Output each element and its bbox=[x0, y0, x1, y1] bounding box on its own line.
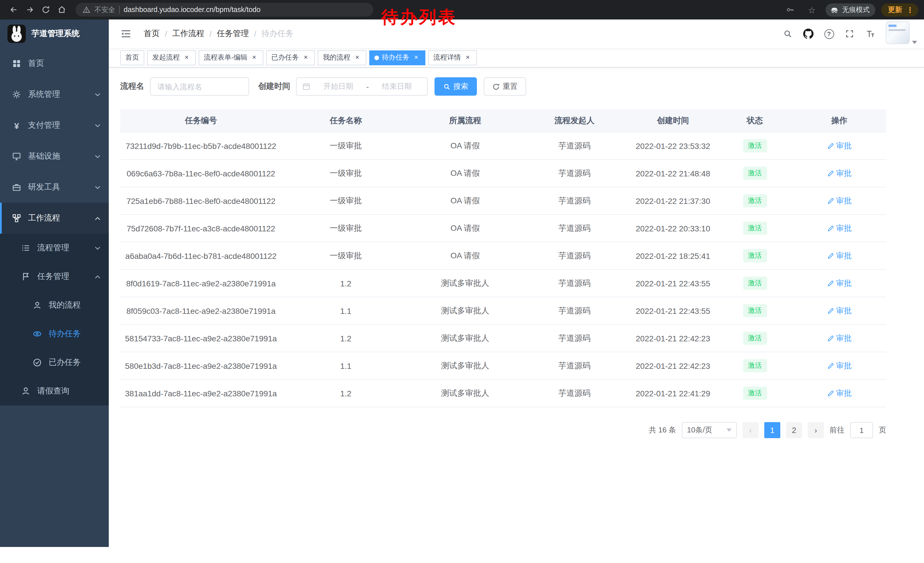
check-circle-icon bbox=[32, 358, 42, 367]
start-date-placeholder[interactable]: 开始日期 bbox=[314, 81, 363, 92]
approve-link[interactable]: 审批 bbox=[827, 278, 852, 288]
created-time-cell: 2022-01-22 20:33:10 bbox=[628, 224, 717, 233]
column-header: 任务名称 bbox=[282, 116, 410, 126]
help-icon[interactable]: ? bbox=[820, 25, 837, 42]
close-icon[interactable]: × bbox=[250, 54, 258, 62]
breadcrumb-item[interactable]: 首页 bbox=[144, 29, 160, 39]
process-cell: OA 请假 bbox=[410, 195, 520, 206]
breadcrumb-item[interactable]: 工作流程 bbox=[172, 29, 204, 39]
search-button[interactable]: 搜索 bbox=[435, 77, 477, 96]
approve-link[interactable]: 审批 bbox=[827, 333, 852, 343]
tab-process-form-edit[interactable]: 流程表单-编辑 × bbox=[199, 50, 263, 65]
warning-icon bbox=[82, 6, 90, 14]
todo-task-page: 流程名 创建时间 开始日期 - 结束日期 bbox=[109, 68, 924, 438]
tab-process-detail[interactable]: 流程详情 × bbox=[428, 50, 477, 65]
tab-todo-task[interactable]: 待办任务 × bbox=[369, 50, 425, 65]
chevron-down-icon bbox=[94, 155, 101, 158]
close-icon[interactable]: × bbox=[412, 54, 420, 62]
close-icon[interactable]: × bbox=[353, 54, 361, 62]
task-id-cell: 580e1b3d-7ac8-11ec-a9e2-a2380e71991a bbox=[120, 361, 282, 370]
sidebar-item-todo-task[interactable]: 待办任务 bbox=[0, 320, 109, 348]
browser-update-button[interactable]: 更新 ⋮ bbox=[881, 3, 918, 17]
key-icon[interactable] bbox=[782, 2, 798, 18]
date-range-picker[interactable]: 开始日期 - 结束日期 bbox=[296, 77, 428, 96]
task-id-cell: 73211d9d-7b9b-11ec-b5b7-acde48001122 bbox=[120, 141, 282, 150]
browser-menu-dots-icon[interactable]: ⋮ bbox=[906, 6, 914, 14]
address-bar[interactable]: 不安全 dashboard.yudao.iocoder.cn/bpm/task/… bbox=[76, 3, 373, 17]
sidebar-item-process-management[interactable]: 流程管理 bbox=[0, 234, 109, 262]
approve-link[interactable]: 审批 bbox=[827, 223, 852, 233]
task-id-cell: 75d72608-7b7f-11ec-a3c8-acde48001122 bbox=[120, 224, 282, 233]
next-page-button[interactable]: › bbox=[808, 422, 824, 438]
tab-done-task[interactable]: 已办任务 × bbox=[266, 50, 315, 65]
user-menu[interactable] bbox=[886, 21, 917, 47]
close-icon[interactable]: × bbox=[302, 54, 310, 62]
app-title: 芋道管理系统 bbox=[32, 29, 80, 39]
user-chat-icon bbox=[32, 301, 42, 310]
approve-link[interactable]: 审批 bbox=[827, 168, 852, 179]
sidebar-item-infrastructure[interactable]: 基础设施 bbox=[0, 141, 109, 172]
process-name-input[interactable] bbox=[150, 77, 249, 96]
approve-link[interactable]: 审批 bbox=[827, 251, 852, 261]
incognito-label: 无痕模式 bbox=[842, 5, 870, 15]
page-button-2[interactable]: 2 bbox=[786, 422, 802, 438]
column-header: 流程发起人 bbox=[520, 116, 628, 126]
sidebar-item-leave-query[interactable]: 请假查询 bbox=[0, 377, 109, 405]
workflow-icon bbox=[12, 214, 22, 223]
sidebar-item-workflow[interactable]: 工作流程 bbox=[0, 203, 109, 234]
approve-link[interactable]: 审批 bbox=[827, 360, 852, 371]
tab-my-process[interactable]: 我的流程 × bbox=[318, 50, 366, 65]
task-name-cell: 1.1 bbox=[282, 306, 410, 315]
end-date-placeholder[interactable]: 结束日期 bbox=[372, 81, 422, 92]
approve-link[interactable]: 审批 bbox=[827, 195, 852, 206]
font-size-icon[interactable] bbox=[862, 25, 879, 42]
chevron-down-icon bbox=[726, 428, 732, 432]
prev-page-button[interactable]: ‹ bbox=[742, 422, 759, 438]
breadcrumb-current: 待办任务 bbox=[261, 29, 293, 39]
tab-home[interactable]: 首页 bbox=[120, 50, 144, 65]
close-icon[interactable]: × bbox=[183, 54, 190, 62]
search-icon[interactable] bbox=[779, 25, 796, 42]
sidebar-item-task-management[interactable]: 任务管理 bbox=[0, 262, 109, 291]
screenshot-annotation: 待办列表 bbox=[381, 6, 457, 29]
reload-icon[interactable] bbox=[38, 2, 54, 18]
avatar[interactable] bbox=[886, 21, 910, 44]
sidebar-item-done-task[interactable]: 已办任务 bbox=[0, 348, 109, 377]
home-icon[interactable] bbox=[54, 2, 70, 18]
goto-label: 前往 bbox=[830, 425, 844, 435]
sidebar-item-system[interactable]: 系统管理 bbox=[0, 79, 109, 110]
status-badge: 激活 bbox=[743, 387, 767, 400]
page-button-1[interactable]: 1 bbox=[764, 422, 780, 438]
chevron-down-icon bbox=[94, 185, 101, 189]
table-row: 75d72608-7b7f-11ec-a3c8-acde48001122 一级审… bbox=[120, 215, 886, 242]
back-icon[interactable] bbox=[6, 2, 22, 18]
incognito-badge: 无痕模式 bbox=[825, 3, 875, 17]
reset-button[interactable]: 重置 bbox=[484, 77, 526, 96]
status-badge: 激活 bbox=[743, 277, 767, 290]
breadcrumb-item[interactable]: 任务管理 bbox=[217, 29, 249, 39]
forward-icon[interactable] bbox=[22, 2, 38, 18]
fullscreen-icon[interactable] bbox=[841, 25, 858, 42]
toolbox-icon bbox=[12, 183, 22, 192]
goto-page-input[interactable] bbox=[850, 422, 873, 438]
sidebar-fold-icon[interactable] bbox=[117, 25, 135, 42]
tab-start-process[interactable]: 发起流程 × bbox=[147, 50, 196, 65]
sidebar-item-payment[interactable]: ¥ 支付管理 bbox=[0, 110, 109, 141]
github-icon[interactable] bbox=[800, 25, 817, 42]
yen-icon: ¥ bbox=[12, 120, 22, 130]
sidebar-item-dev-tools[interactable]: 研发工具 bbox=[0, 172, 109, 203]
bookmark-star-icon[interactable]: ☆ bbox=[804, 2, 820, 18]
approve-link[interactable]: 审批 bbox=[827, 141, 852, 151]
sidebar-item-home[interactable]: 首页 bbox=[0, 48, 109, 79]
sidebar-item-my-process[interactable]: 我的流程 bbox=[0, 291, 109, 320]
approve-link[interactable]: 审批 bbox=[827, 306, 852, 316]
process-cell: 测试多审批人 bbox=[410, 388, 520, 398]
created-time-cell: 2022-01-21 22:41:29 bbox=[628, 389, 717, 398]
close-icon[interactable]: × bbox=[464, 54, 472, 62]
approve-link[interactable]: 审批 bbox=[827, 388, 852, 398]
bottom-strip bbox=[0, 547, 924, 563]
starter-cell: 芋道源码 bbox=[520, 360, 628, 371]
process-cell: OA 请假 bbox=[410, 251, 520, 261]
page-size-select[interactable]: 10条/页 bbox=[682, 422, 737, 438]
table-row: 069c6a63-7b8a-11ec-8ef0-acde48001122 一级审… bbox=[120, 160, 886, 187]
